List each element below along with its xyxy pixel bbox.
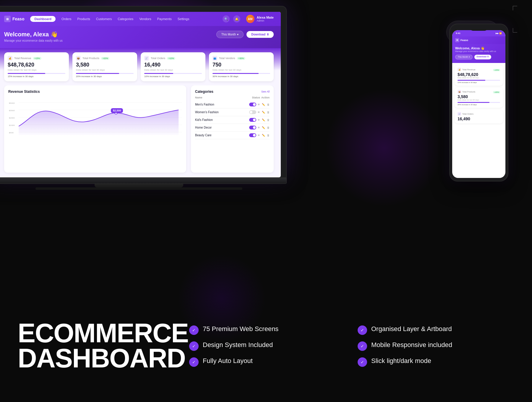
stat-card-products: 📦Total Products+20% 3,580 Data obtain fo… — [72, 52, 137, 81]
nav-link-vendors[interactable]: Vendors — [139, 17, 151, 21]
chart-tooltip: $2,500 — [111, 108, 123, 113]
nav-link-settings[interactable]: Settings — [178, 17, 189, 21]
phone-cards: 💰Total Revenue +15% $48,78,620 Data obta… — [452, 63, 505, 126]
nav-link-payments[interactable]: Payments — [157, 17, 172, 21]
status-icons: ▶▶ 📶 — [496, 32, 502, 35]
phone-notch — [470, 27, 488, 31]
feature-item-1: ✓ Organised Layer & Artboard — [358, 325, 514, 335]
nav-logo: ⊞ Feaso — [4, 16, 24, 22]
phone-nav: ⊞ Feaso — [452, 36, 505, 44]
category-row-3: Home Decor 👁✏️🗑 — [195, 124, 270, 132]
phone-logo: ⊞ Feaso — [455, 38, 468, 42]
main-title: ECOMMERCE DASHBOARD — [18, 321, 166, 371]
svg-text:$2000: $2000 — [9, 117, 15, 119]
toggle-mens[interactable] — [249, 103, 256, 106]
notifications-button[interactable]: 🔔 — [233, 15, 240, 22]
laptop-bezel: ⊞ Feaso Dashboard Orders Products Custom… — [0, 6, 287, 178]
chart-area: $5000 $3000 $2000 $1000 $500 $2,500 — [8, 97, 182, 138]
laptop-screen: ⊞ Feaso Dashboard Orders Products Custom… — [0, 12, 281, 177]
laptop-foot — [35, 187, 242, 190]
view-icon-1[interactable]: 👁 — [257, 111, 260, 114]
view-icon-4[interactable]: 👁 — [257, 134, 260, 137]
feature-item-4: ✓ Fully Auto Layout — [189, 357, 346, 367]
phone-card-products: 📦Total Products +20% 3,580 Data obtain f… — [455, 87, 503, 108]
category-row-1: Women's Fashion 👁✏️🗑 — [195, 108, 270, 116]
welcome-title: Welcome, Alexa 👋 — [4, 31, 63, 38]
check-icon-1: ✓ — [358, 325, 367, 335]
download-button[interactable]: Download ⬇ — [246, 31, 274, 38]
phone-welcome: Welcome, Alexa 👋 Manage your ecommerce d… — [452, 44, 505, 63]
toggle-beauty[interactable] — [249, 133, 256, 137]
title-section: ECOMMERCE DASHBOARD — [18, 321, 166, 371]
delete-icon-2[interactable]: 🗑 — [267, 119, 270, 121]
nav-icons: 🔍 🔔 — [223, 15, 240, 22]
edit-icon-4[interactable]: ✏️ — [262, 134, 265, 137]
features-section: ✓ 75 Premium Web Screens ✓ Organised Lay… — [166, 325, 514, 367]
category-row-0: Men's Fashion 👁✏️🗑 — [195, 101, 270, 108]
nav-link-customers[interactable]: Customers — [96, 17, 112, 21]
feature-item-2: ✓ Design System Included — [189, 341, 346, 351]
feature-item-3: ✓ Mobile Responsive included — [358, 341, 514, 351]
welcome-section: Welcome, Alexa 👋 Manage your ecommerce d… — [0, 26, 281, 48]
check-icon-2: ✓ — [189, 341, 199, 351]
phone-download-button[interactable]: Download ⬇ — [474, 55, 491, 59]
chart-section: Revenue Statistics — [4, 85, 186, 173]
welcome-subtitle: Manage your ecommerce data easily with u… — [4, 39, 63, 42]
phone-actions: This Month ▾ Download ⬇ — [455, 55, 502, 59]
edit-icon-3[interactable]: ✏️ — [262, 126, 265, 129]
month-selector[interactable]: This Month ▾ — [216, 31, 244, 38]
nav-link-categories[interactable]: Categories — [118, 17, 133, 21]
stat-card-revenue: 💰Total Revenue+15% $48,78,620 Data obtai… — [4, 52, 69, 81]
delete-icon[interactable]: 🗑 — [267, 103, 270, 106]
toggle-home[interactable] — [249, 126, 256, 129]
laptop-stand — [95, 184, 183, 187]
corner-decoration — [513, 6, 532, 33]
phone-outer: 9:41 ▶▶ 📶 ⊞ Feaso Welcome, Alexa 👋 Manag… — [449, 24, 508, 181]
search-button[interactable]: 🔍 — [223, 15, 230, 22]
laptop-outer: ⊞ Feaso Dashboard Orders Products Custom… — [0, 6, 287, 190]
check-icon-4: ✓ — [189, 357, 199, 367]
check-icon-3: ✓ — [358, 341, 367, 351]
stat-card-vendors: 👥Total Vendors+30% 750 Data obtain for l… — [209, 52, 274, 81]
phone-month-button[interactable]: This Month ▾ — [455, 55, 473, 59]
edit-icon-2[interactable]: ✏️ — [262, 119, 265, 121]
nav-user: AM Alexa Mate Admin — [246, 15, 274, 23]
stats-section: 💰Total Revenue+15% $48,78,620 Data obtai… — [0, 48, 281, 85]
laptop-base — [0, 178, 287, 184]
check-icon-5: ✓ — [358, 357, 367, 367]
phone-screen: 9:41 ▶▶ 📶 ⊞ Feaso Welcome, Alexa 👋 Manag… — [452, 30, 505, 178]
delete-icon-4[interactable]: 🗑 — [267, 134, 270, 137]
welcome-actions: This Month ▾ Download ⬇ — [216, 31, 274, 38]
delete-icon-3[interactable]: 🗑 — [267, 126, 270, 129]
nav-link-orders[interactable]: Orders — [61, 17, 72, 21]
main-content: Revenue Statistics — [0, 85, 281, 177]
bg-decoration-2 — [325, 89, 443, 207]
svg-text:$5000: $5000 — [9, 102, 15, 104]
dashboard-ui: ⊞ Feaso Dashboard Orders Products Custom… — [0, 12, 281, 177]
nav-link-products[interactable]: Products — [77, 17, 90, 21]
phone-card-orders: 🛒Total Orders 16,490 — [455, 110, 503, 124]
phone-card-revenue: 💰Total Revenue +15% $48,78,620 Data obta… — [455, 65, 503, 86]
check-icon-0: ✓ — [189, 325, 199, 335]
user-info: Alexa Mate Admin — [257, 16, 274, 22]
edit-icon-1[interactable]: ✏️ — [262, 111, 265, 114]
category-row-2: Kid's Fashion 👁✏️🗑 — [195, 116, 270, 124]
user-avatar: AM — [246, 15, 254, 23]
feature-item-0: ✓ 75 Premium Web Screens — [189, 325, 346, 335]
phone-status-bar: 9:41 ▶▶ 📶 — [452, 30, 505, 36]
delete-icon-1[interactable]: 🗑 — [267, 111, 270, 114]
bottom-section: ECOMMERCE DASHBOARD ✓ 75 Premium Web Scr… — [0, 290, 532, 402]
feature-item-5: ✓ Slick light/dark mode — [358, 357, 514, 367]
laptop-mockup: ⊞ Feaso Dashboard Orders Products Custom… — [0, 6, 301, 190]
view-icon-2[interactable]: 👁 — [257, 119, 260, 121]
svg-text:$500: $500 — [9, 132, 14, 134]
view-icon[interactable]: 👁 — [257, 103, 260, 106]
toggle-kids[interactable] — [249, 118, 256, 122]
nav-tab-dashboard[interactable]: Dashboard — [30, 16, 55, 22]
toggle-womens[interactable] — [249, 110, 256, 114]
phone-mockup: 9:41 ▶▶ 📶 ⊞ Feaso Welcome, Alexa 👋 Manag… — [449, 24, 508, 181]
categories-section: Categories See All Name Status Action Me… — [191, 85, 274, 173]
view-icon-3[interactable]: 👁 — [257, 126, 260, 129]
category-row-4: Beauty Care 👁✏️🗑 — [195, 132, 270, 139]
edit-icon[interactable]: ✏️ — [262, 103, 265, 106]
